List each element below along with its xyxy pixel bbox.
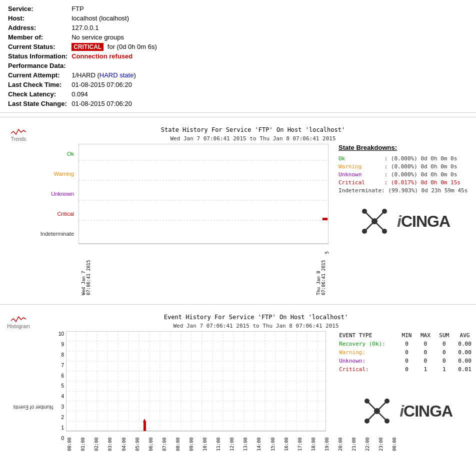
hard-state-text: HARD state <box>100 71 134 79</box>
event-row-recovery: Recovery (Ok): 0 0 0 0.00 <box>336 340 476 348</box>
y-label-warning: Warning <box>54 171 74 177</box>
breakdown-indeterminate-label: Indeterminate: (99.983%) 0d 23h 59m 45s <box>338 187 468 194</box>
trends-chart-subtitle: Wed Jan 7 07:06:41 2015 to Thu Jan 8 07:… <box>36 135 470 142</box>
breakdown-ok: Ok : (0.000%) 0d 0h 0m 0s <box>338 155 468 162</box>
trends-section: Trends State History For Service 'FTP' O… <box>0 121 476 300</box>
trends-chart-title: State History For Service 'FTP' On Host … <box>36 126 470 133</box>
event-label-unknown: Unknown: <box>336 357 398 365</box>
state-chart-svg-wrapper: Wed Jan 7 07:06:41 2015 Thu Jan 8 07:06:… <box>78 144 328 295</box>
y-num-8: 8 <box>62 352 64 358</box>
trends-label: Trends <box>11 136 26 142</box>
histogram-icon <box>11 315 26 324</box>
svg-line-59 <box>377 401 387 411</box>
histogram-label: Histogram <box>7 324 30 329</box>
svg-line-15 <box>364 221 374 231</box>
y-num-9: 9 <box>62 342 64 347</box>
last-state-label: Last State Change: <box>6 99 70 108</box>
check-latency-value: 0.094 <box>70 89 159 99</box>
y-label-indeterminate: Indeterminate <box>40 231 74 237</box>
event-table-body: Recovery (Ok): 0 0 0 0.00 Warning: 0 0 0 <box>336 340 476 374</box>
last-check-label: Last Check Time: <box>6 80 70 89</box>
last-state-value: 01-08-2015 07:06:20 <box>70 99 159 108</box>
current-status-value: CRITICAL for (0d 0h 0m 6s) <box>70 42 159 51</box>
histogram-y-numbers: 10 9 8 7 6 5 4 3 2 1 0 <box>58 331 66 441</box>
x-label-11: 11:00 <box>216 438 221 451</box>
histogram-main: Event History For Service 'FTP' On Host … <box>36 314 476 458</box>
x-label-13: 13:00 <box>243 438 248 451</box>
x-label-20: 20:00 <box>338 438 343 451</box>
x-label-19: 19:00 <box>324 438 330 451</box>
x-label-05: 05:00 <box>135 438 140 451</box>
histogram-section: Histogram Event History For Service 'FTP… <box>0 309 476 458</box>
divider-1 <box>0 117 476 117</box>
svg-line-16 <box>374 221 384 231</box>
breakdown-rows: Ok : (0.000%) 0d 0h 0m 0s Warning : (0.0… <box>338 155 468 194</box>
y-num-7: 7 <box>62 363 64 368</box>
y-axis-text: Number of Events <box>13 404 53 410</box>
svg-line-58 <box>367 401 377 411</box>
breakdown-unknown: Unknown : (0.000%) 0d 0h 0m 0s <box>338 171 468 178</box>
y-num-3: 3 <box>62 404 64 410</box>
member-label: Member of: <box>6 32 70 42</box>
member-value: No service groups <box>70 32 159 42</box>
x-label-00: 00:00 <box>67 438 72 451</box>
event-label-warning: Warning: <box>336 348 398 357</box>
x-label-06: 06:00 <box>148 438 154 451</box>
svg-line-61 <box>377 411 387 421</box>
y-label-unknown: Unknown <box>51 191 74 197</box>
histogram-svg-container: 00:00 01:00 02:00 03:00 04:00 05:00 06:0… <box>66 331 326 456</box>
x-label-16: 16:00 <box>284 438 289 451</box>
x-label-24: 00:00 <box>392 438 397 451</box>
x-label-15: 15:00 <box>270 438 276 451</box>
y-num-2: 2 <box>62 415 64 420</box>
event-min-recovery: 0 <box>398 340 416 348</box>
x-label-08: 08:00 <box>176 438 180 451</box>
state-history-svg: Wed Jan 7 07:06:41 2015 Thu Jan 8 07:06:… <box>78 144 328 254</box>
histogram-chart-area: 10 9 8 7 6 5 4 3 2 1 0 <box>58 331 326 456</box>
svg-line-60 <box>367 411 377 421</box>
x-label-09: 09:00 <box>189 438 194 451</box>
breakdown-indeterminate: Indeterminate: (99.983%) 0d 23h 59m 45s <box>338 187 468 194</box>
histogram-svg <box>66 331 326 441</box>
svg-line-13 <box>364 211 374 221</box>
status-badge: CRITICAL <box>72 43 104 51</box>
x-label-03: 03:00 <box>108 438 112 451</box>
x-label-17: 17:00 <box>298 438 302 451</box>
x-label-01: 01:00 <box>80 438 86 451</box>
perf-data-value <box>70 61 159 70</box>
current-status-label: Current Status: <box>6 42 70 51</box>
col-max: MAX <box>416 331 434 340</box>
event-max-warning: 0 <box>416 348 434 357</box>
service-info-section: Service: FTP Host: localhost (localhost)… <box>0 0 476 113</box>
event-max-recovery: 0 <box>416 340 434 348</box>
status-duration: for (0d 0h 0m 6s) <box>108 43 157 50</box>
svg-text:Wed Jan  7 07:06:41 2015: Wed Jan 7 07:06:41 2015 <box>78 251 80 254</box>
col-min: MIN <box>398 331 416 340</box>
icinga-logo-icon-2 <box>360 394 394 429</box>
svg-rect-0 <box>78 144 328 244</box>
state-history-chart: Ok Warning Unknown Critical Indeterminat… <box>41 144 328 295</box>
y-label-critical: Critical <box>57 211 74 217</box>
attempt-text: 1/HARD (HARD state) <box>72 71 136 79</box>
breakdown-unknown-value: : (0.000%) 0d 0h 0m 0s <box>384 171 458 178</box>
y-num-1: 1 <box>62 425 64 431</box>
x-label-07: 07:00 <box>162 438 167 451</box>
histogram-svg-wrapper: 10 9 8 7 6 5 4 3 2 1 0 <box>58 331 326 456</box>
x-label-end: Thu Jan 8 07:06:41 2015 <box>316 255 326 295</box>
event-max-critical: 1 <box>416 365 434 374</box>
event-sum-unknown: 0 <box>435 357 454 365</box>
service-label: Service: <box>6 4 70 13</box>
breakdown-warning: Warning : (0.000%) 0d 0h 0m 0s <box>338 163 468 170</box>
event-avg-critical: 0.01 <box>454 365 476 374</box>
col-avg: AVG <box>454 331 476 340</box>
breakdown-critical-value: : (0.017%) 0d 0h 0m 15s <box>384 179 460 186</box>
event-label-critical: Critical: <box>336 365 398 374</box>
x-label-21: 21:00 <box>352 438 356 451</box>
y-num-10: 10 <box>58 331 64 337</box>
x-label-10: 10:00 <box>202 438 208 451</box>
icinga-logo-2: iCINGA <box>336 394 476 429</box>
status-info-label: Status Information: <box>6 51 70 61</box>
last-check-value: 01-08-2015 07:06:20 <box>70 80 159 89</box>
event-sum-warning: 0 <box>435 348 454 357</box>
perf-data-label: Performance Data: <box>6 61 70 70</box>
